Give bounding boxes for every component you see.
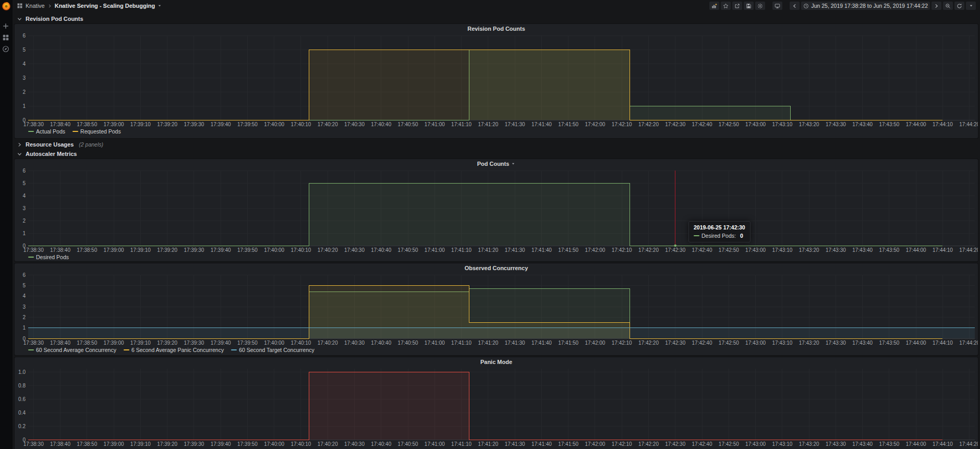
sidebar-dashboards-button[interactable] <box>2 34 10 42</box>
svg-text:17:39:30: 17:39:30 <box>184 247 204 253</box>
svg-text:17:38:40: 17:38:40 <box>50 340 70 346</box>
sidebar-explore-button[interactable] <box>2 45 10 54</box>
svg-text:17:40:40: 17:40:40 <box>371 247 391 253</box>
svg-text:17:42:40: 17:42:40 <box>692 247 712 253</box>
svg-text:17:41:20: 17:41:20 <box>478 247 498 253</box>
svg-text:17:38:30: 17:38:30 <box>23 441 44 447</box>
save-dashboard-button[interactable] <box>744 2 754 10</box>
clock-icon <box>803 3 809 9</box>
legend-series-label: 6 Second Average Panic Concurrency <box>131 347 224 353</box>
chevron-down-icon <box>17 151 22 157</box>
svg-text:17:41:30: 17:41:30 <box>505 441 525 447</box>
svg-text:17:43:00: 17:43:00 <box>745 441 766 447</box>
svg-text:17:40:30: 17:40:30 <box>344 122 365 127</box>
svg-text:17:42:20: 17:42:20 <box>638 340 659 346</box>
svg-text:4: 4 <box>22 61 26 67</box>
legend-series-label: 60 Second Average Concurrency <box>36 347 116 353</box>
panel-title-pod-counts[interactable]: Pod Counts <box>15 159 978 168</box>
row-resource-usages[interactable]: Resource Usages (2 panels) <box>17 140 978 149</box>
svg-text:17:38:40: 17:38:40 <box>50 122 70 127</box>
breadcrumb-dashboard-title[interactable]: Knative Serving - Scaling Debugging <box>55 3 155 9</box>
explore-compass-icon <box>2 45 9 53</box>
dashboard-switcher-caret-icon[interactable] <box>158 4 162 8</box>
sidebar-create-button[interactable] <box>2 22 10 31</box>
svg-text:17:43:10: 17:43:10 <box>772 441 792 447</box>
panel-title-panic-mode[interactable]: Panic Mode <box>15 357 978 367</box>
grafana-logo[interactable] <box>1 1 11 11</box>
chevron-right-icon <box>934 3 939 9</box>
svg-text:17:43:00: 17:43:00 <box>745 340 766 346</box>
svg-text:17:44:00: 17:44:00 <box>906 122 926 127</box>
star-icon <box>723 3 729 9</box>
legend-item[interactable]: Requested Pods <box>72 128 121 135</box>
svg-text:2: 2 <box>22 89 26 95</box>
svg-text:17:41:50: 17:41:50 <box>558 340 578 346</box>
pod-counts-chart[interactable]: 17:38:3017:38:4017:38:5017:39:0017:39:10… <box>15 168 978 254</box>
svg-text:17:41:20: 17:41:20 <box>478 122 498 127</box>
svg-text:17:43:30: 17:43:30 <box>826 340 846 346</box>
svg-text:17:42:40: 17:42:40 <box>692 441 712 447</box>
gear-icon <box>757 3 763 9</box>
svg-text:17:42:00: 17:42:00 <box>585 441 605 447</box>
svg-text:1.0: 1.0 <box>18 369 26 375</box>
svg-text:17:42:30: 17:42:30 <box>665 441 685 447</box>
svg-text:17:40:40: 17:40:40 <box>371 340 391 346</box>
legend-item[interactable]: 60 Second Average Concurrency <box>28 347 116 353</box>
time-range-back-button[interactable] <box>790 2 800 10</box>
refresh-icon <box>957 3 962 9</box>
breadcrumb-folder[interactable]: Knative <box>26 3 45 9</box>
svg-text:1: 1 <box>22 230 26 236</box>
legend-series-dash <box>124 349 129 350</box>
svg-text:5: 5 <box>22 180 26 186</box>
add-panel-button[interactable] <box>709 2 719 10</box>
svg-text:17:40:20: 17:40:20 <box>318 122 338 127</box>
svg-text:17:39:00: 17:39:00 <box>104 247 124 253</box>
svg-text:17:40:20: 17:40:20 <box>318 441 338 447</box>
svg-text:17:41:20: 17:41:20 <box>478 441 498 447</box>
svg-text:5: 5 <box>22 47 26 53</box>
panic-mode-chart[interactable]: 17:38:3017:38:4017:38:5017:39:0017:39:10… <box>15 367 978 448</box>
star-dashboard-button[interactable] <box>721 2 731 10</box>
svg-text:17:41:10: 17:41:10 <box>451 247 471 253</box>
refresh-interval-dropdown[interactable] <box>966 2 976 10</box>
svg-text:17:41:10: 17:41:10 <box>451 122 471 127</box>
svg-text:17:41:50: 17:41:50 <box>558 122 578 127</box>
svg-text:17:43:50: 17:43:50 <box>879 340 899 346</box>
svg-text:17:39:00: 17:39:00 <box>104 122 124 127</box>
svg-text:17:39:40: 17:39:40 <box>211 122 231 127</box>
legend-item[interactable]: Actual Pods <box>28 128 65 135</box>
svg-text:17:41:40: 17:41:40 <box>531 340 552 346</box>
svg-text:17:44:00: 17:44:00 <box>906 247 926 253</box>
time-range-picker-button[interactable]: Jun 25, 2019 17:38:28 to Jun 25, 2019 17… <box>801 2 930 10</box>
row-panel-count: (2 panels) <box>79 141 103 148</box>
row-revision-pod-counts[interactable]: Revision Pod Counts <box>17 15 978 23</box>
svg-text:17:42:50: 17:42:50 <box>719 247 739 253</box>
dashboard-settings-button[interactable] <box>755 2 765 10</box>
svg-text:17:42:00: 17:42:00 <box>585 340 605 346</box>
svg-text:17:43:50: 17:43:50 <box>879 122 899 127</box>
svg-text:17:43:40: 17:43:40 <box>852 247 873 253</box>
panel-title-observed-concurrency[interactable]: Observed Concurrency <box>15 263 978 273</box>
panel-title-revision-pod-counts[interactable]: Revision Pod Counts <box>15 24 978 33</box>
legend-item[interactable]: 6 Second Average Panic Concurrency <box>124 347 224 353</box>
revision-pod-counts-chart[interactable]: 17:38:3017:38:4017:38:5017:39:0017:39:10… <box>15 33 978 128</box>
svg-text:17:41:40: 17:41:40 <box>531 441 552 447</box>
refresh-dashboard-button[interactable] <box>954 2 964 10</box>
panel-menu-caret-icon[interactable] <box>511 162 515 166</box>
svg-text:17:41:40: 17:41:40 <box>531 247 552 253</box>
zoom-out-time-button[interactable] <box>943 2 953 10</box>
legend-series-label: Actual Pods <box>36 128 65 135</box>
time-range-forward-button[interactable] <box>931 2 941 10</box>
legend-item[interactable]: Desired Pods <box>28 254 69 260</box>
svg-text:17:39:50: 17:39:50 <box>237 441 258 447</box>
share-dashboard-button[interactable] <box>732 2 742 10</box>
legend-item[interactable]: 60 Second Target Concurrency <box>231 347 314 353</box>
svg-text:2: 2 <box>22 314 26 320</box>
cycle-view-mode-button[interactable] <box>772 2 782 10</box>
observed-concurrency-chart[interactable]: 17:38:3017:38:4017:38:5017:39:0017:39:10… <box>15 273 978 347</box>
panel-title-text: Pod Counts <box>477 161 510 167</box>
svg-text:17:39:30: 17:39:30 <box>184 340 204 346</box>
svg-text:17:43:30: 17:43:30 <box>826 441 846 447</box>
row-autoscaler-metrics[interactable]: Autoscaler Metrics <box>17 150 978 158</box>
chevron-down-icon <box>17 16 22 22</box>
